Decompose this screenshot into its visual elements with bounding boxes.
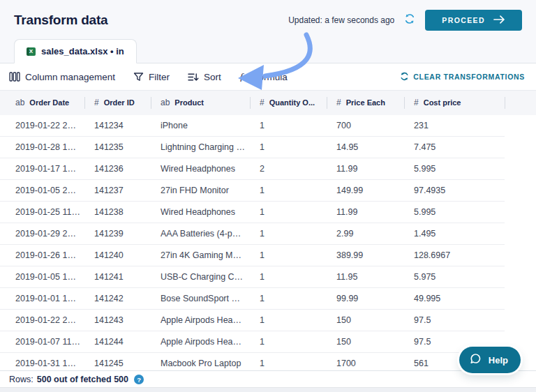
column-header[interactable]: #Quantity O... <box>250 91 327 115</box>
clear-transformations-button[interactable]: CLEAR TRANSFORMATIONS <box>400 72 525 82</box>
columns-icon <box>9 71 20 82</box>
table-cell: 14.95 <box>327 137 404 158</box>
column-type-icon: # <box>336 98 341 107</box>
table-cell: 231 <box>404 115 505 137</box>
table-row: 2019-01-05 12:04:00141241USB-C Charging … <box>0 266 536 288</box>
table-cell-filler <box>505 266 536 288</box>
table-cell: 1 <box>250 137 327 158</box>
tool-label: Column management <box>25 72 115 82</box>
table-cell-filler <box>505 310 536 331</box>
column-type-icon: # <box>94 98 99 107</box>
table-cell: Apple Airpods Headpho... <box>151 310 250 331</box>
table-cell-filler <box>505 223 536 245</box>
table-cell: 49.995 <box>404 288 505 310</box>
table-cell: 27in FHD Monitor <box>151 180 250 202</box>
sort-icon <box>188 72 199 82</box>
column-label: Price Each <box>346 98 385 107</box>
table-cell: 97.5 <box>404 310 505 331</box>
clear-transformations-label: CLEAR TRANSFORMATIONS <box>413 73 525 81</box>
filter-icon <box>133 72 144 82</box>
column-label: Order ID <box>104 98 135 107</box>
proceed-button[interactable]: PROCEED <box>425 10 522 31</box>
table-cell: Bose SoundSport Head... <box>151 288 250 310</box>
table-cell: Wired Headphones <box>151 202 250 223</box>
table-cell: 141241 <box>84 266 151 288</box>
proceed-button-label: PROCEED <box>442 16 485 24</box>
column-management-button[interactable]: Column management <box>9 71 115 82</box>
table-cell: 1 <box>250 202 327 223</box>
rows-count: 500 out of fetched 500 <box>37 375 128 384</box>
arrow-right-icon <box>493 15 505 25</box>
refresh-icon <box>404 13 415 27</box>
filter-button[interactable]: Filter <box>133 72 170 82</box>
table-cell: 1 <box>250 331 327 353</box>
column-header[interactable]: abOrder Date <box>0 91 84 115</box>
table-cell-filler <box>505 115 536 137</box>
table-cell: 2 <box>250 158 327 180</box>
column-type-icon: ab <box>161 98 170 107</box>
help-button[interactable]: Help <box>459 347 521 373</box>
transform-toolbar: Column management Filter Sort <box>0 63 536 90</box>
table-cell: 7.475 <box>404 137 505 158</box>
table-cell: 1 <box>250 288 327 310</box>
table-cell: 2019-01-05 12:04:00 <box>0 266 84 288</box>
page-title: Transform data <box>14 13 107 28</box>
table-row: 2019-01-05 20:32:5914123727in FHD Monito… <box>0 180 536 202</box>
tab-sales-data[interactable]: X sales_data.xlsx • in <box>14 39 137 63</box>
page-header: Transform data Updated: a few seconds ag… <box>0 0 536 40</box>
table-cell: 1 <box>250 245 327 266</box>
table-cell: 1 <box>250 310 327 331</box>
clear-refresh-icon <box>400 72 409 82</box>
bottom-strip <box>0 387 536 392</box>
table-cell-filler <box>505 202 536 223</box>
tool-label: Formula <box>253 72 288 82</box>
column-label: Order Date <box>29 98 69 107</box>
table-cell: 2019-01-07 11:29:00 <box>0 331 84 353</box>
column-header[interactable]: abProduct <box>151 91 250 115</box>
table-cell: 2019-01-25 11:59:00 <box>0 202 84 223</box>
column-type-icon: # <box>260 98 265 107</box>
table-cell-filler <box>505 245 536 266</box>
header-actions: Updated: a few seconds ago PROCEED <box>288 10 522 31</box>
column-header[interactable]: #Price Each <box>327 91 404 115</box>
table-cell: 5.975 <box>404 266 505 288</box>
column-header[interactable]: #Order ID <box>84 91 151 115</box>
sort-button[interactable]: Sort <box>188 72 221 82</box>
tab-strip: X sales_data.xlsx • in <box>0 40 536 63</box>
table-cell: 2019-01-01 10:30:00 <box>0 288 84 310</box>
table-cell: iPhone <box>151 115 250 137</box>
data-preview-table: abOrder Date#Order IDabProduct#Quantity … <box>0 90 536 375</box>
table-cell: 141240 <box>84 245 151 266</box>
main-content: Column management Filter Sort <box>0 63 536 392</box>
formula-button[interactable]: ƒx Formula <box>239 71 288 83</box>
table-row: 2019-01-25 11:59:00141238Wired Headphone… <box>0 202 536 223</box>
table-cell-filler <box>505 158 536 180</box>
column-header[interactable]: #Cost price <box>404 91 505 115</box>
table-cell: 1 <box>250 223 327 245</box>
table-body: 2019-01-22 21:25:00141234iPhone170023120… <box>0 115 536 375</box>
tool-label: Sort <box>204 72 221 82</box>
table-cell: 2019-01-29 20:22:00 <box>0 223 84 245</box>
table-cell: 150 <box>327 331 404 353</box>
tool-label: Filter <box>149 72 170 82</box>
table-cell: 1 <box>250 180 327 202</box>
column-label: Cost price <box>424 98 461 107</box>
table-row: 2019-01-28 14:15:00141235Lightning Charg… <box>0 137 536 158</box>
table-row: 2019-01-26 12:16:0014124027in 4K Gaming … <box>0 245 536 266</box>
table-cell: 141234 <box>84 115 151 137</box>
excel-file-icon: X <box>27 47 36 56</box>
transform-data-page: Transform data Updated: a few seconds ag… <box>0 0 536 392</box>
updated-status: Updated: a few seconds ago <box>288 15 394 25</box>
formula-icon: ƒx <box>239 71 248 83</box>
table-cell: AAA Batteries (4-pack) <box>151 223 250 245</box>
refresh-button[interactable] <box>403 12 417 28</box>
table-row: 2019-01-17 13:33:00141236Wired Headphone… <box>0 158 536 180</box>
table-cell: 97.4935 <box>404 180 505 202</box>
table-cell: Apple Airpods Headpho... <box>151 331 250 353</box>
table-cell: 141237 <box>84 180 151 202</box>
table-cell: 141235 <box>84 137 151 158</box>
table-header-row: abOrder Date#Order IDabProduct#Quantity … <box>0 91 536 115</box>
table-cell: 2019-01-22 21:20:00 <box>0 310 84 331</box>
rows-help-icon[interactable]: ? <box>134 375 144 384</box>
table-cell: 149.99 <box>327 180 404 202</box>
